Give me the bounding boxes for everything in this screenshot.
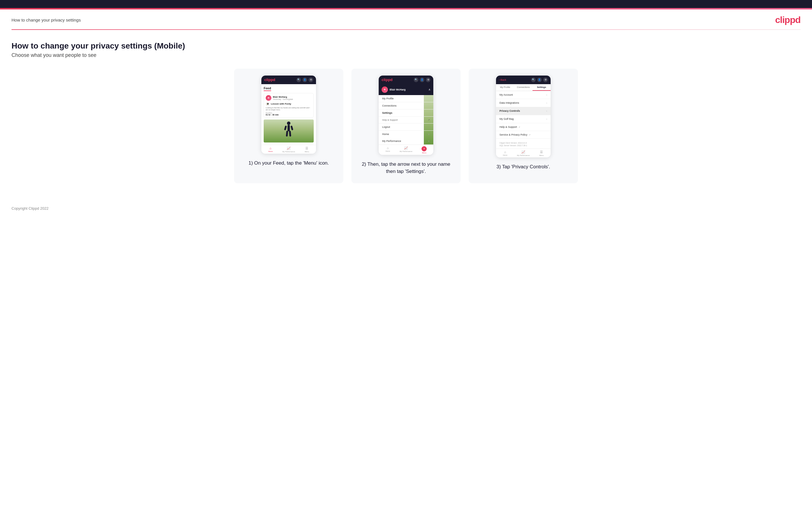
home-label: Home	[503, 154, 507, 156]
external-link-icon: ↗	[529, 134, 530, 136]
phone2-bottom-nav: ⌂ Home 📈 My Performance ✕ Menu	[379, 145, 433, 155]
search-icon: 🔍	[297, 77, 301, 82]
home-label: Home	[386, 150, 390, 152]
home-icon: ⌂	[387, 146, 389, 150]
connections-label: Connections	[382, 104, 397, 107]
menu-item-help[interactable]: Help & Support ↗	[379, 117, 433, 123]
home-icon: ⌂	[269, 147, 271, 150]
phone2-navbar: clippd 🔍 👤 ⚙	[379, 75, 433, 84]
phone-3-mockup: ‹ Back 🔍 👤 ⚙ My Profile Connections Sett…	[496, 75, 551, 158]
step-2-caption: 2) Then, tap the arrow next to your name…	[357, 161, 455, 175]
setting-data-integrations[interactable]: Data Integrations ›	[496, 99, 551, 107]
chevron-up-icon: ∧	[428, 88, 430, 91]
menu-item-settings[interactable]: Settings	[379, 109, 433, 117]
header-title: How to change your privacy settings	[11, 17, 81, 22]
chevron-down-icon-2: ∨	[428, 139, 430, 143]
performance-section-label: My Performance	[382, 139, 401, 143]
my-account-label: My Account	[500, 93, 513, 96]
phone1-navbar: clippd 🔍 👤 ⚙	[261, 75, 316, 84]
menu-item-connections[interactable]: Connections	[379, 102, 433, 109]
performance-label: My Performance	[400, 151, 412, 152]
chevron-right-icon: ›	[546, 109, 547, 113]
setting-privacy-controls[interactable]: Privacy Controls ›	[496, 107, 551, 115]
chevron-right-icon: ›	[546, 93, 547, 97]
section-home[interactable]: Home ∨	[379, 131, 433, 137]
tab-my-profile[interactable]: My Profile	[496, 84, 514, 91]
svg-point-0	[287, 121, 291, 125]
duration-value: 01 hr : 30 min	[266, 114, 312, 116]
person-icon: 👤	[420, 77, 424, 82]
phone2-username: Blair McHarg	[390, 88, 406, 91]
performance-label: My Performance	[283, 151, 295, 153]
menu-item-logout[interactable]: Logout	[379, 123, 433, 131]
external-link-icon: ↗	[428, 119, 430, 121]
golf-image	[264, 119, 314, 143]
bottom-nav-menu[interactable]: ☰ Menu	[298, 147, 316, 153]
bottom-nav-performance: 📈 My Performance	[280, 147, 298, 153]
menu-icon: ☰	[540, 150, 543, 154]
lesson-label: Lesson with Fordy	[271, 103, 291, 105]
copyright-text: Copyright Clippd 2022	[11, 206, 49, 211]
bottom-nav-performance: 📈 My Performance	[514, 150, 532, 156]
top-bar	[0, 0, 812, 8]
phone3-nav-icons: 🔍 👤 ⚙	[531, 77, 548, 82]
post-avatar: B	[266, 95, 271, 101]
golfer-silhouette	[282, 121, 296, 141]
section-performance[interactable]: My Performance ∨	[379, 137, 433, 145]
svg-rect-1	[288, 125, 290, 131]
tab-connections[interactable]: Connections	[514, 84, 532, 91]
performance-label: My Performance	[517, 155, 529, 156]
setting-golf-bag[interactable]: My Golf Bag ›	[496, 115, 551, 123]
version-info: Clippd Client Version: 2022.8.3-3 GQL Se…	[496, 139, 551, 149]
logo: clippd	[775, 15, 801, 25]
version-line-1: Clippd Client Version: 2022.8.3-3	[500, 142, 547, 145]
tab-settings[interactable]: Settings	[532, 84, 551, 91]
phone2-logo: clippd	[382, 77, 393, 82]
person-icon: 👤	[537, 77, 542, 82]
svg-rect-5	[289, 131, 291, 136]
svg-rect-4	[286, 131, 288, 136]
bottom-nav-menu[interactable]: ✕ Menu	[415, 146, 433, 154]
setting-service-privacy[interactable]: Service & Privacy Policy ↗	[496, 131, 551, 139]
chart-icon: 📈	[404, 146, 408, 150]
home-section-label: Home	[382, 133, 389, 135]
phone2-avatar: B	[382, 87, 388, 93]
setting-my-account[interactable]: My Account ›	[496, 91, 551, 99]
person-icon: 👤	[303, 77, 307, 82]
settings-label: Settings	[382, 111, 393, 114]
setting-help-support[interactable]: Help & Support ↗	[496, 123, 551, 131]
logout-label: Logout	[382, 125, 390, 128]
back-button[interactable]: ‹ Back	[499, 78, 506, 81]
lesson-icon: 🎓	[266, 102, 270, 106]
header: How to change your privacy settings clip…	[0, 9, 812, 29]
post-sub: Yesterday · Sunningdale	[273, 98, 312, 100]
step-2-card: clippd 🔍 👤 ⚙ B Blair McHarg ∧	[351, 69, 461, 183]
post-user-row: B Blair McHarg Yesterday · Sunningdale	[266, 95, 312, 101]
search-icon: 🔍	[414, 77, 418, 82]
menu-label: Menu	[305, 151, 309, 153]
phone1-logo: clippd	[264, 77, 275, 82]
bottom-nav-menu[interactable]: ☰ Menu	[532, 150, 551, 156]
menu-item-my-profile[interactable]: My Profile	[379, 95, 433, 102]
phone1-bottom-nav: ⌂ Home 📈 My Performance ☰ Menu	[261, 145, 316, 154]
golf-bag-label: My Golf Bag	[500, 117, 514, 120]
post-card: B Blair McHarg Yesterday · Sunningdale 🎓…	[264, 93, 314, 118]
close-menu-icon[interactable]: ✕	[421, 146, 427, 151]
chevron-right-icon: ›	[546, 117, 547, 121]
step-3-caption: 3) Tap 'Privacy Controls'.	[497, 163, 550, 171]
settings-icon: ⚙	[426, 77, 430, 82]
svg-rect-3	[291, 125, 293, 130]
step-3-card: ‹ Back 🔍 👤 ⚙ My Profile Connections Sett…	[469, 69, 578, 183]
phone2-menu-list: My Profile Connections Settings Help & S…	[379, 95, 433, 145]
settings-icon: ⚙	[543, 77, 548, 82]
svg-rect-2	[284, 125, 287, 130]
bottom-nav-home: ⌂ Home	[496, 150, 514, 156]
post-lesson-row: 🎓 Lesson with Fordy	[266, 102, 312, 106]
page-subheading: Choose what you want people to see	[11, 52, 801, 58]
phone-1-mockup: clippd 🔍 👤 ⚙ Feed B Blair McHarg	[261, 75, 316, 154]
bottom-nav-home: ⌂ Home	[261, 147, 280, 153]
settings-icon: ⚙	[308, 77, 313, 82]
phone1-nav-icons: 🔍 👤 ⚙	[297, 77, 313, 82]
external-link-icon: ↗	[518, 126, 520, 128]
my-profile-label: My Profile	[382, 97, 394, 100]
